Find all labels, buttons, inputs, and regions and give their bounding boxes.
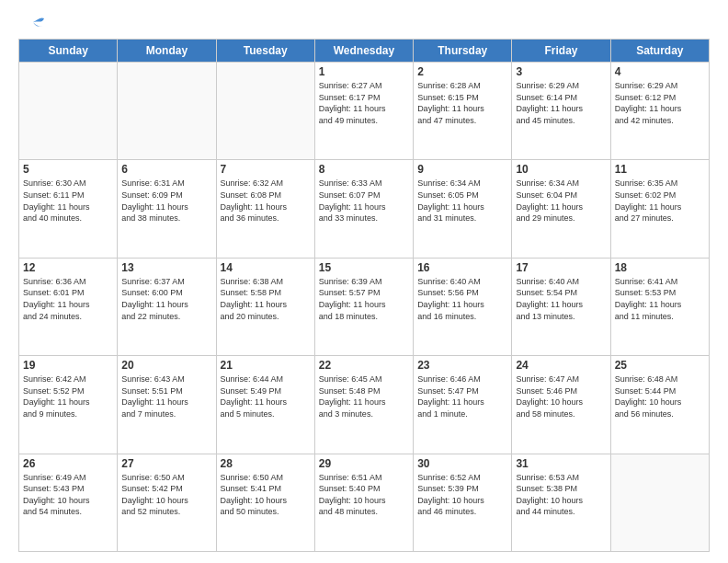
calendar-header-row: SundayMondayTuesdayWednesdayThursdayFrid… bbox=[19, 40, 710, 63]
calendar-cell: 12Sunrise: 6:36 AM Sunset: 6:01 PM Dayli… bbox=[19, 258, 118, 355]
day-number: 11 bbox=[615, 163, 705, 176]
day-info: Sunrise: 6:31 AM Sunset: 6:09 PM Dayligh… bbox=[121, 178, 211, 224]
day-info: Sunrise: 6:43 AM Sunset: 5:51 PM Dayligh… bbox=[121, 373, 211, 419]
calendar-cell: 16Sunrise: 6:40 AM Sunset: 5:56 PM Dayli… bbox=[414, 258, 512, 355]
calendar-cell bbox=[19, 63, 118, 160]
calendar-table: SundayMondayTuesdayWednesdayThursdayFrid… bbox=[18, 39, 710, 552]
calendar-cell: 27Sunrise: 6:50 AM Sunset: 5:42 PM Dayli… bbox=[118, 454, 216, 551]
calendar-cell: 1Sunrise: 6:27 AM Sunset: 6:17 PM Daylig… bbox=[314, 63, 413, 160]
day-info: Sunrise: 6:44 AM Sunset: 5:49 PM Dayligh… bbox=[221, 373, 311, 419]
calendar-cell: 22Sunrise: 6:45 AM Sunset: 5:48 PM Dayli… bbox=[314, 356, 413, 454]
col-header-thursday: Thursday bbox=[414, 40, 512, 63]
calendar-cell: 15Sunrise: 6:39 AM Sunset: 5:57 PM Dayli… bbox=[314, 258, 413, 355]
day-info: Sunrise: 6:41 AM Sunset: 5:53 PM Dayligh… bbox=[615, 276, 705, 322]
day-number: 3 bbox=[516, 65, 606, 78]
day-number: 30 bbox=[417, 457, 507, 470]
day-info: Sunrise: 6:50 AM Sunset: 5:42 PM Dayligh… bbox=[121, 472, 211, 518]
col-header-tuesday: Tuesday bbox=[216, 40, 314, 63]
calendar-cell bbox=[118, 63, 216, 160]
day-number: 14 bbox=[221, 261, 311, 274]
day-info: Sunrise: 6:29 AM Sunset: 6:12 PM Dayligh… bbox=[615, 80, 705, 126]
calendar-cell: 30Sunrise: 6:52 AM Sunset: 5:39 PM Dayli… bbox=[414, 454, 512, 551]
day-info: Sunrise: 6:46 AM Sunset: 5:47 PM Dayligh… bbox=[417, 373, 507, 419]
day-info: Sunrise: 6:48 AM Sunset: 5:44 PM Dayligh… bbox=[615, 373, 705, 419]
calendar-cell: 29Sunrise: 6:51 AM Sunset: 5:40 PM Dayli… bbox=[314, 454, 413, 551]
calendar-cell: 11Sunrise: 6:35 AM Sunset: 6:02 PM Dayli… bbox=[610, 160, 709, 258]
calendar-cell: 6Sunrise: 6:31 AM Sunset: 6:09 PM Daylig… bbox=[118, 160, 216, 258]
col-header-sunday: Sunday bbox=[19, 40, 118, 63]
day-number: 27 bbox=[121, 457, 211, 470]
day-info: Sunrise: 6:49 AM Sunset: 5:43 PM Dayligh… bbox=[23, 472, 113, 518]
day-number: 9 bbox=[417, 163, 507, 176]
day-info: Sunrise: 6:40 AM Sunset: 5:56 PM Dayligh… bbox=[417, 276, 507, 322]
day-number: 21 bbox=[221, 359, 311, 372]
calendar-cell: 3Sunrise: 6:29 AM Sunset: 6:14 PM Daylig… bbox=[512, 63, 610, 160]
day-number: 13 bbox=[121, 261, 211, 274]
day-number: 8 bbox=[319, 163, 409, 176]
col-header-saturday: Saturday bbox=[610, 40, 709, 63]
day-info: Sunrise: 6:38 AM Sunset: 5:58 PM Dayligh… bbox=[221, 276, 311, 322]
day-number: 20 bbox=[121, 359, 211, 372]
calendar-cell: 25Sunrise: 6:48 AM Sunset: 5:44 PM Dayli… bbox=[610, 356, 709, 454]
calendar-cell bbox=[610, 454, 709, 551]
day-info: Sunrise: 6:32 AM Sunset: 6:08 PM Dayligh… bbox=[221, 178, 311, 224]
day-info: Sunrise: 6:50 AM Sunset: 5:41 PM Dayligh… bbox=[221, 472, 311, 518]
calendar-cell: 14Sunrise: 6:38 AM Sunset: 5:58 PM Dayli… bbox=[216, 258, 314, 355]
day-number: 4 bbox=[615, 65, 705, 78]
day-info: Sunrise: 6:36 AM Sunset: 6:01 PM Dayligh… bbox=[23, 276, 113, 322]
day-info: Sunrise: 6:27 AM Sunset: 6:17 PM Dayligh… bbox=[319, 80, 409, 126]
logo bbox=[18, 15, 48, 31]
day-number: 29 bbox=[319, 457, 409, 470]
calendar-cell: 24Sunrise: 6:47 AM Sunset: 5:46 PM Dayli… bbox=[512, 356, 610, 454]
day-number: 31 bbox=[516, 457, 606, 470]
calendar-week-row: 1Sunrise: 6:27 AM Sunset: 6:17 PM Daylig… bbox=[19, 63, 710, 160]
day-number: 7 bbox=[221, 163, 311, 176]
calendar-cell: 23Sunrise: 6:46 AM Sunset: 5:47 PM Dayli… bbox=[414, 356, 512, 454]
day-info: Sunrise: 6:42 AM Sunset: 5:52 PM Dayligh… bbox=[23, 373, 113, 419]
calendar-cell: 2Sunrise: 6:28 AM Sunset: 6:15 PM Daylig… bbox=[414, 63, 512, 160]
day-info: Sunrise: 6:52 AM Sunset: 5:39 PM Dayligh… bbox=[417, 472, 507, 518]
calendar-cell: 10Sunrise: 6:34 AM Sunset: 6:04 PM Dayli… bbox=[512, 160, 610, 258]
day-number: 22 bbox=[319, 359, 409, 372]
day-info: Sunrise: 6:33 AM Sunset: 6:07 PM Dayligh… bbox=[319, 178, 409, 224]
day-number: 19 bbox=[23, 359, 113, 372]
calendar-cell: 28Sunrise: 6:50 AM Sunset: 5:41 PM Dayli… bbox=[216, 454, 314, 551]
day-info: Sunrise: 6:37 AM Sunset: 6:00 PM Dayligh… bbox=[121, 276, 211, 322]
day-number: 6 bbox=[121, 163, 211, 176]
col-header-friday: Friday bbox=[512, 40, 610, 63]
day-info: Sunrise: 6:34 AM Sunset: 6:05 PM Dayligh… bbox=[417, 178, 507, 224]
calendar-cell: 18Sunrise: 6:41 AM Sunset: 5:53 PM Dayli… bbox=[610, 258, 709, 355]
col-header-wednesday: Wednesday bbox=[314, 40, 413, 63]
day-number: 12 bbox=[23, 261, 113, 274]
day-number: 17 bbox=[516, 261, 606, 274]
day-number: 2 bbox=[417, 65, 507, 78]
calendar-cell: 26Sunrise: 6:49 AM Sunset: 5:43 PM Dayli… bbox=[19, 454, 118, 551]
calendar-cell: 17Sunrise: 6:40 AM Sunset: 5:54 PM Dayli… bbox=[512, 258, 610, 355]
calendar-week-row: 12Sunrise: 6:36 AM Sunset: 6:01 PM Dayli… bbox=[19, 258, 710, 355]
day-number: 26 bbox=[23, 457, 113, 470]
day-info: Sunrise: 6:28 AM Sunset: 6:15 PM Dayligh… bbox=[417, 80, 507, 126]
day-number: 25 bbox=[615, 359, 705, 372]
day-number: 5 bbox=[23, 163, 113, 176]
day-info: Sunrise: 6:45 AM Sunset: 5:48 PM Dayligh… bbox=[319, 373, 409, 419]
calendar-cell: 31Sunrise: 6:53 AM Sunset: 5:38 PM Dayli… bbox=[512, 454, 610, 551]
day-info: Sunrise: 6:39 AM Sunset: 5:57 PM Dayligh… bbox=[319, 276, 409, 322]
calendar-cell: 13Sunrise: 6:37 AM Sunset: 6:00 PM Dayli… bbox=[118, 258, 216, 355]
calendar-cell: 20Sunrise: 6:43 AM Sunset: 5:51 PM Dayli… bbox=[118, 356, 216, 454]
day-info: Sunrise: 6:40 AM Sunset: 5:54 PM Dayligh… bbox=[516, 276, 606, 322]
day-info: Sunrise: 6:47 AM Sunset: 5:46 PM Dayligh… bbox=[516, 373, 606, 419]
col-header-monday: Monday bbox=[118, 40, 216, 63]
calendar-cell: 19Sunrise: 6:42 AM Sunset: 5:52 PM Dayli… bbox=[19, 356, 118, 454]
day-number: 18 bbox=[615, 261, 705, 274]
logo-bird-icon bbox=[18, 15, 48, 35]
page: SundayMondayTuesdayWednesdayThursdayFrid… bbox=[0, 0, 728, 563]
header bbox=[18, 15, 710, 31]
calendar-cell: 7Sunrise: 6:32 AM Sunset: 6:08 PM Daylig… bbox=[216, 160, 314, 258]
day-number: 10 bbox=[516, 163, 606, 176]
day-number: 15 bbox=[319, 261, 409, 274]
calendar-cell: 9Sunrise: 6:34 AM Sunset: 6:05 PM Daylig… bbox=[414, 160, 512, 258]
day-number: 16 bbox=[417, 261, 507, 274]
calendar-cell bbox=[216, 63, 314, 160]
day-info: Sunrise: 6:51 AM Sunset: 5:40 PM Dayligh… bbox=[319, 472, 409, 518]
day-info: Sunrise: 6:53 AM Sunset: 5:38 PM Dayligh… bbox=[516, 472, 606, 518]
